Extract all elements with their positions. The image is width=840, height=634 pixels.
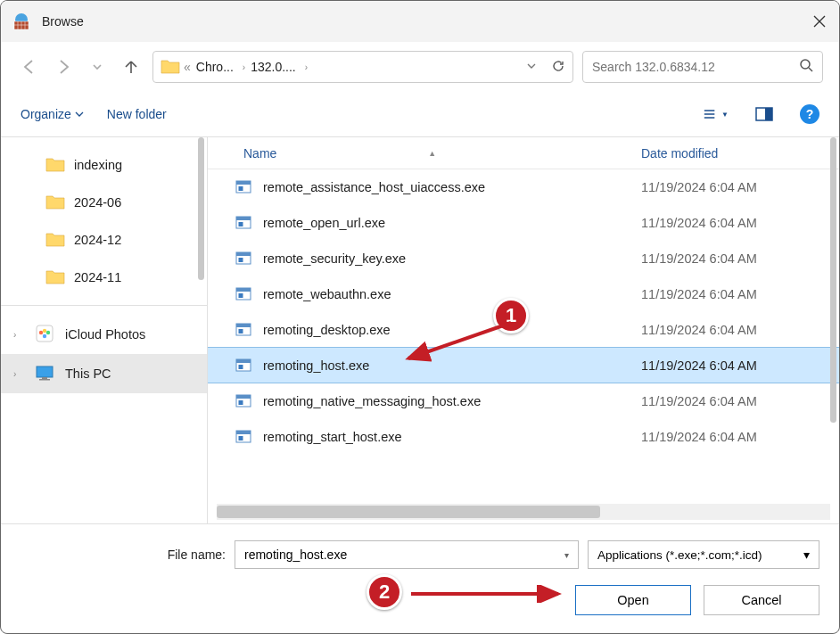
sidebar-nav-label: This PC <box>65 366 111 381</box>
forward-button[interactable] <box>51 54 76 79</box>
cancel-button[interactable]: Cancel <box>704 585 819 615</box>
file-name: remote_assistance_host_uiaccess.exe <box>263 180 641 194</box>
preview-pane-button[interactable] <box>752 102 777 127</box>
breadcrumb-2[interactable]: 132.0.... <box>251 60 296 74</box>
horizontal-scrollbar[interactable] <box>217 504 830 520</box>
exe-icon <box>235 214 252 232</box>
svg-point-17 <box>46 330 50 333</box>
svg-rect-21 <box>39 379 50 381</box>
svg-rect-13 <box>765 108 772 120</box>
file-name: remoting_start_host.exe <box>263 430 641 444</box>
sidebar-folder[interactable]: indexing <box>26 146 202 184</box>
chevron-down-icon[interactable]: ▾ <box>564 550 569 560</box>
sidebar-folder-label: 2024-11 <box>74 270 121 284</box>
folder-icon <box>45 156 65 175</box>
sidebar-nav-item[interactable]: ›iCloud Photos <box>1 315 207 354</box>
column-name[interactable]: Name ▲ <box>243 146 641 161</box>
svg-rect-39 <box>239 365 243 369</box>
svg-rect-33 <box>239 293 243 298</box>
svg-point-18 <box>43 333 46 337</box>
file-row[interactable]: remote_open_url.exe11/19/2024 6:04 AM <box>208 205 839 241</box>
file-row[interactable]: remote_webauthn.exe11/19/2024 6:04 AM <box>208 276 839 312</box>
refresh-button[interactable] <box>551 59 565 76</box>
bottom-panel: File name: ▾ Applications (*.exe;*.com;*… <box>1 523 839 633</box>
file-date: 11/19/2024 6:04 AM <box>641 394 839 408</box>
svg-rect-14 <box>37 325 53 342</box>
close-button[interactable] <box>811 12 828 30</box>
search-input[interactable] <box>592 60 792 74</box>
file-date: 11/19/2024 6:04 AM <box>641 323 839 337</box>
window-title: Browse <box>42 14 800 29</box>
up-button[interactable] <box>119 54 144 79</box>
file-row[interactable]: remoting_native_messaging_host.exe11/19/… <box>208 383 839 419</box>
recent-dropdown[interactable] <box>85 54 110 79</box>
open-button[interactable]: Open <box>575 585 691 615</box>
sidebar-folder[interactable]: 2024-12 <box>26 221 202 259</box>
folder-icon <box>45 231 65 250</box>
breadcrumb-overflow[interactable]: « <box>184 60 191 74</box>
file-date: 11/19/2024 6:04 AM <box>641 430 839 444</box>
sidebar-folder-label: 2024-06 <box>74 195 121 210</box>
svg-rect-42 <box>239 400 243 405</box>
address-dropdown[interactable] <box>526 60 537 74</box>
chevron-right-icon[interactable]: › <box>13 330 24 340</box>
filename-combo[interactable]: ▾ <box>235 540 579 569</box>
file-name: remoting_host.exe <box>263 358 641 373</box>
folder-icon <box>161 58 178 76</box>
svg-rect-41 <box>236 395 251 399</box>
file-date: 11/19/2024 6:04 AM <box>641 251 839 266</box>
svg-rect-23 <box>236 181 251 185</box>
svg-rect-20 <box>42 377 47 379</box>
toolbar: Organize New folder ▼ ? <box>1 92 839 136</box>
file-name: remote_webauthn.exe <box>263 287 641 301</box>
column-date[interactable]: Date modified <box>641 146 839 161</box>
filename-label: File name: <box>154 548 226 562</box>
chevron-right-icon[interactable]: › <box>243 62 245 72</box>
vertical-scrollbar[interactable] <box>830 137 836 523</box>
file-row[interactable]: remoting_start_host.exe11/19/2024 6:04 A… <box>208 419 839 455</box>
sidebar-nav-label: iCloud Photos <box>65 327 145 342</box>
svg-rect-45 <box>239 436 243 441</box>
svg-point-7 <box>801 60 810 69</box>
address-bar[interactable]: « Chro... › 132.0.... › <box>152 51 573 83</box>
exe-icon <box>235 178 252 196</box>
file-date: 11/19/2024 6:04 AM <box>641 358 839 373</box>
svg-rect-36 <box>239 329 243 333</box>
sidebar-nav-item[interactable]: ›This PC <box>1 354 207 393</box>
filetype-combo[interactable]: Applications (*.exe;*.com;*.icd) ▾ <box>588 540 819 569</box>
nav-bar: « Chro... › 132.0.... › <box>1 42 839 92</box>
file-name: remote_open_url.exe <box>263 216 641 230</box>
chevron-right-icon[interactable]: › <box>13 369 24 379</box>
back-button[interactable] <box>17 54 42 79</box>
search-box[interactable] <box>582 51 823 83</box>
nav-icon <box>35 324 54 346</box>
filename-input[interactable] <box>244 548 564 562</box>
breadcrumb-1[interactable]: Chro... <box>196 60 234 74</box>
exe-icon <box>235 428 252 446</box>
sidebar: indexing2024-062024-122024-11 ›iCloud Ph… <box>1 137 208 523</box>
file-row[interactable]: remote_security_key.exe11/19/2024 6:04 A… <box>208 241 839 276</box>
file-date: 11/19/2024 6:04 AM <box>641 180 839 194</box>
exe-icon <box>235 285 252 303</box>
file-row[interactable]: remoting_desktop.exe11/19/2024 6:04 AM <box>208 312 839 348</box>
file-name: remoting_desktop.exe <box>263 323 641 337</box>
file-list-area: Name ▲ Date modified remote_assistance_h… <box>208 137 839 523</box>
new-folder-button[interactable]: New folder <box>107 107 167 121</box>
svg-rect-26 <box>236 217 251 220</box>
organize-menu[interactable]: Organize <box>21 107 84 121</box>
file-name: remoting_native_messaging_host.exe <box>263 394 641 408</box>
file-row[interactable]: remoting_host.exe11/19/2024 6:04 AM <box>208 347 839 383</box>
sidebar-scrollbar[interactable] <box>198 137 204 280</box>
exe-icon <box>235 250 252 268</box>
sort-ascending-icon: ▲ <box>428 149 436 158</box>
search-icon[interactable] <box>799 58 813 76</box>
svg-point-15 <box>39 330 43 333</box>
help-button[interactable]: ? <box>800 104 819 124</box>
view-menu[interactable]: ▼ <box>704 102 729 127</box>
sidebar-folder[interactable]: 2024-06 <box>26 184 202 221</box>
svg-rect-38 <box>236 359 251 363</box>
sidebar-folder[interactable]: 2024-11 <box>26 259 202 296</box>
chevron-right-icon[interactable]: › <box>305 62 308 72</box>
file-row[interactable]: remote_assistance_host_uiaccess.exe11/19… <box>208 169 839 205</box>
chevron-down-icon[interactable]: ▾ <box>803 548 810 562</box>
